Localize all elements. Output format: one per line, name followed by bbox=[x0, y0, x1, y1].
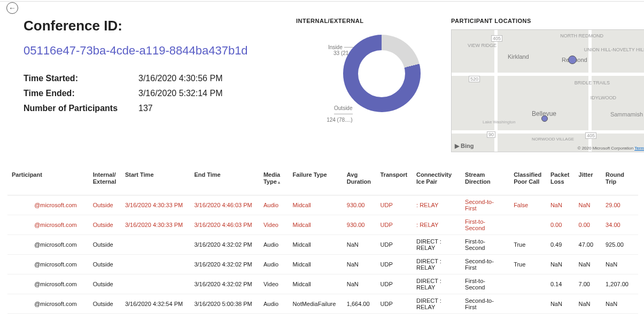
cell-poor bbox=[509, 274, 546, 294]
cell-participant: @microsoft.com bbox=[7, 235, 89, 255]
cell-stream: Second-to-First bbox=[461, 255, 509, 274]
time-started-value: 3/16/2020 4:30:56 PM bbox=[138, 74, 222, 83]
cell-failure: NotMediaFailure bbox=[289, 294, 343, 314]
col-transport[interactable]: Transport bbox=[376, 168, 413, 195]
route-90: 90 bbox=[487, 131, 495, 138]
col-stream-direction[interactable]: Stream Direction bbox=[461, 168, 509, 195]
place-north-redmond: NORTH REDMOND bbox=[560, 33, 603, 38]
col-end-time[interactable]: End Time bbox=[190, 168, 259, 195]
place-union-hill: UNION HILL-NOVELTY HILL bbox=[584, 47, 644, 52]
cell-poor: True bbox=[509, 255, 546, 274]
inside-name: Inside bbox=[328, 44, 343, 50]
cell-stream: Second-to-First bbox=[461, 195, 509, 215]
place-kirkland: Kirkland bbox=[508, 53, 529, 60]
cell-stream: First-to-Second bbox=[461, 274, 509, 294]
cell-end: 3/16/2020 4:46:03 PM bbox=[190, 195, 259, 215]
cell-stream: First-to-Second bbox=[461, 235, 509, 255]
cell-packet: NaN bbox=[546, 255, 575, 274]
time-ended-label: Time Ended: bbox=[24, 89, 138, 98]
table-row[interactable]: @microsoft.comOutside3/16/2020 4:30:33 P… bbox=[7, 195, 638, 215]
cell-rt: NaN bbox=[601, 294, 638, 314]
table-row[interactable]: @microsoft.comOutside3/16/2020 4:32:54 P… bbox=[7, 294, 638, 314]
table-row[interactable]: @microsoft.comOutside3/16/2020 4:32:02 P… bbox=[7, 274, 638, 294]
cell-start bbox=[121, 274, 190, 294]
cell-conn: : RELAY bbox=[412, 195, 461, 215]
cell-participant: @microsoft.com bbox=[7, 195, 89, 215]
cell-jitter: NaN bbox=[575, 294, 602, 314]
col-classified-poor[interactable]: Classified Poor Call bbox=[509, 168, 546, 195]
cell-poor: True bbox=[509, 235, 546, 255]
table-row[interactable]: @microsoft.comOutside3/16/2020 4:32:02 P… bbox=[7, 255, 638, 274]
cell-avg: NaN bbox=[343, 274, 376, 294]
cell-transport: UDP bbox=[376, 215, 413, 235]
participant-map[interactable]: NORTH REDMOND VIEW RIDGE Kirkland Redmon… bbox=[451, 29, 644, 152]
col-media-type[interactable]: Media Type bbox=[259, 168, 289, 195]
cell-failure: Midcall bbox=[289, 215, 343, 235]
map-pin-redmond[interactable] bbox=[568, 56, 577, 64]
cell-failure: Midcall bbox=[289, 235, 343, 255]
cell-media: Video bbox=[259, 274, 289, 294]
cell-transport: UDP bbox=[376, 294, 413, 314]
col-failure-type[interactable]: Failure Type bbox=[289, 168, 343, 195]
map-pin-bellevue[interactable] bbox=[541, 115, 548, 122]
cell-end: 3/16/2020 4:32:02 PM bbox=[190, 255, 259, 274]
col-avg-duration[interactable]: Avg Duration bbox=[343, 168, 376, 195]
cell-stream: Second-to-First bbox=[461, 294, 509, 314]
cell-failure: Midcall bbox=[289, 195, 343, 215]
cell-intext: Outside bbox=[89, 195, 121, 215]
col-start-time[interactable]: Start Time bbox=[121, 168, 190, 195]
map-title: PARTICIPANT LOCATIONS bbox=[451, 18, 644, 24]
conference-id-value: 05116e47-73ba-4cde-a119-8844ba437b1d bbox=[24, 44, 280, 58]
col-connectivity[interactable]: Connectivity Ice Pair bbox=[412, 168, 461, 195]
col-participant[interactable]: Participant bbox=[7, 168, 89, 195]
col-packet-loss[interactable]: Packet Loss bbox=[546, 168, 575, 195]
cell-end: 3/16/2020 4:46:03 PM bbox=[190, 215, 259, 235]
chart-title: INTERNAL/EXTERNAL bbox=[296, 18, 435, 24]
table-row[interactable]: @microsoft.comOutside3/16/2020 4:32:02 P… bbox=[7, 235, 638, 255]
cell-intext: Outside bbox=[89, 255, 121, 274]
col-internal-external[interactable]: Internal/ External bbox=[89, 168, 121, 195]
place-idylwood: IDYLWOOD bbox=[591, 95, 616, 100]
participant-count-label: Number of Participants bbox=[24, 104, 138, 113]
cell-packet: 0.14 bbox=[546, 274, 575, 294]
cell-media: Audio bbox=[259, 195, 289, 215]
bing-logo: ▶ Bing bbox=[455, 143, 474, 150]
cell-jitter: NaN bbox=[575, 255, 602, 274]
cell-intext: Outside bbox=[89, 235, 121, 255]
col-jitter[interactable]: Jitter bbox=[575, 168, 602, 195]
cell-conn: DIRECT : RELAY bbox=[412, 274, 461, 294]
participant-locations-block: PARTICIPANT LOCATIONS NORTH REDMOND VIEW… bbox=[451, 18, 644, 152]
cell-intext: Outside bbox=[89, 294, 121, 314]
map-terms-link[interactable]: Terms bbox=[634, 146, 644, 151]
cell-conn: DIRECT : RELAY bbox=[412, 294, 461, 314]
back-button[interactable] bbox=[6, 2, 18, 14]
cell-end: 3/16/2020 4:32:02 PM bbox=[190, 235, 259, 255]
cell-conn: : RELAY bbox=[412, 215, 461, 235]
table-row[interactable]: @microsoft.comOutside3/16/2020 4:30:33 P… bbox=[7, 215, 638, 235]
cell-jitter: NaN bbox=[575, 195, 602, 215]
cell-avg: NaN bbox=[343, 235, 376, 255]
cell-transport: UDP bbox=[376, 195, 413, 215]
cell-poor bbox=[509, 294, 546, 314]
cell-start bbox=[121, 255, 190, 274]
cell-packet: 0.00 bbox=[546, 215, 575, 235]
place-lake-washington: Lake Washington bbox=[483, 120, 516, 124]
cell-avg: 930.00 bbox=[343, 215, 376, 235]
cell-failure: Midcall bbox=[289, 274, 343, 294]
cell-start: 3/16/2020 4:30:33 PM bbox=[121, 195, 190, 215]
cell-start: 3/16/2020 4:30:33 PM bbox=[121, 215, 190, 235]
col-round-trip[interactable]: Round Trip bbox=[601, 168, 638, 195]
outside-name: Outside bbox=[334, 105, 352, 111]
cell-rt: 1,207.00 bbox=[601, 274, 638, 294]
cell-media: Audio bbox=[259, 255, 289, 274]
cell-rt: NaN bbox=[601, 255, 638, 274]
conference-id-label: Conference ID: bbox=[24, 18, 280, 34]
route-520: 520 bbox=[469, 76, 480, 82]
participant-count-value: 137 bbox=[138, 104, 153, 113]
cell-stream: First-to-Second bbox=[461, 215, 509, 235]
cell-media: Audio bbox=[259, 294, 289, 314]
map-attribution: © 2020 Microsoft Corporation Terms bbox=[578, 146, 644, 151]
table-header-row: Participant Internal/ External Start Tim… bbox=[7, 168, 638, 195]
cell-start bbox=[121, 235, 190, 255]
cell-avg: 930.00 bbox=[343, 195, 376, 215]
